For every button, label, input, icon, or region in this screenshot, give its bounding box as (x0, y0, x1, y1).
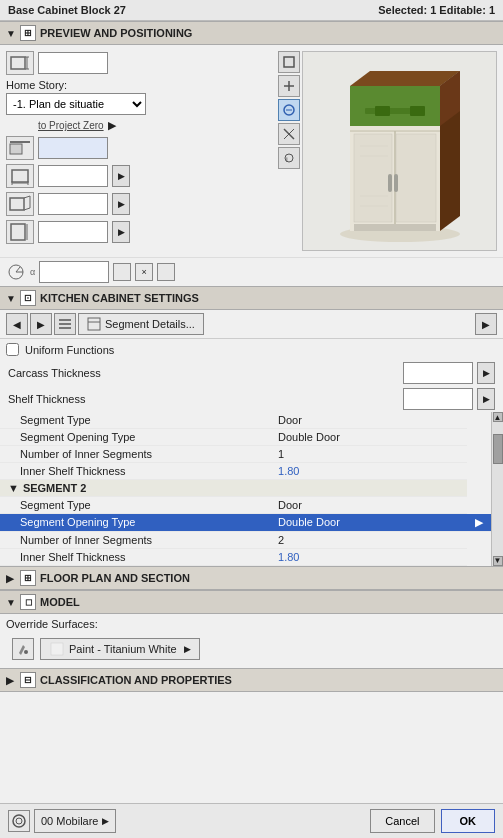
width-input[interactable]: 60.00 (38, 165, 108, 187)
seg1-opening-value: Double Door (270, 429, 467, 446)
seg2-opening-value: Double Door (270, 514, 467, 532)
flip-checkbox[interactable]: × (135, 263, 153, 281)
toolbar-btn-3-active[interactable] (278, 99, 300, 121)
carcass-thickness-input[interactable]: 1.80 (403, 362, 473, 384)
paint-selector-btn[interactable]: Paint - Titanium White ▶ (40, 638, 200, 660)
kitchen-right-arrow[interactable]: ▶ (475, 313, 497, 335)
shelf-arrow-btn[interactable]: ▶ (477, 388, 495, 410)
scroll-up-btn[interactable]: ▲ (493, 412, 503, 422)
seg1-type-value: Door (270, 412, 467, 429)
height-box-input[interactable]: 80.00 (38, 221, 108, 243)
layer-label: 00 Mobilare (41, 815, 98, 827)
prev-segment-btn[interactable]: ◀ (6, 313, 28, 335)
toolbar-btn-2[interactable] (278, 75, 300, 97)
height-box-arrow-btn[interactable]: ▶ (112, 221, 130, 243)
kitchen-section-label: KITCHEN CABINET SETTINGS (40, 292, 199, 304)
segment2-header-label: ▼SEGMENT 2 (0, 480, 467, 497)
svg-rect-4 (10, 144, 22, 154)
preview-right-area: i (278, 51, 497, 251)
seg2-opening-arrow[interactable]: ▶ (467, 514, 491, 532)
preview-left-panel: 10.00 Home Story: -1. Plan de situatie t… (6, 51, 272, 251)
segment-scrollbar[interactable]: ▲ ▼ (491, 412, 503, 566)
ok-button[interactable]: OK (441, 809, 496, 833)
model-section-icon: ◻ (20, 594, 36, 610)
kitchen-nav: ◀ ▶ Segment Details... ▶ (0, 310, 503, 339)
seg1-type-label: Segment Type (0, 412, 270, 429)
segment-details-label: Segment Details... (105, 318, 195, 330)
next-segment-btn[interactable]: ▶ (30, 313, 52, 335)
layer-dropdown-arrow: ▶ (102, 816, 109, 826)
height-box-row: 80.00 ▶ (6, 220, 272, 244)
toolbar-btn-4[interactable] (278, 123, 300, 145)
height-icon (6, 51, 34, 75)
model-content: Override Surfaces: Paint - Titanium Whit… (0, 614, 503, 668)
seg2-inner-shelf-label: Inner Shelf Thickness (0, 548, 270, 565)
kitchen-section-icon: ⊡ (20, 290, 36, 306)
offset-row: -90.00 (6, 136, 272, 160)
angle-input[interactable]: 180.00° (39, 261, 109, 283)
height-input[interactable]: 10.00 (38, 52, 108, 74)
classification-section-header[interactable]: ▶ ⊟ CLASSIFICATION AND PROPERTIES (0, 668, 503, 692)
segment-table-area: Segment Type Door Segment Opening Type D… (0, 412, 491, 566)
depth-row: 58.00 ▶ (6, 192, 272, 216)
seg2-type-label: Segment Type (0, 497, 270, 514)
svg-rect-29 (350, 86, 440, 126)
uniform-functions-checkbox[interactable] (6, 343, 19, 356)
scroll-thumb[interactable] (493, 434, 503, 464)
classification-section-label: CLASSIFICATION AND PROPERTIES (40, 674, 232, 686)
shelf-thickness-row: Shelf Thickness 1.80 ▶ (0, 386, 503, 412)
selection-info: Selected: 1 Editable: 1 (378, 4, 495, 16)
highlighted-table-row[interactable]: Segment Opening Type Double Door ▶ (0, 514, 491, 532)
preview-section-header[interactable]: ▼ ⊞ PREVIEW AND POSITIONING (0, 21, 503, 45)
layer-icon-btn[interactable] (8, 810, 30, 832)
svg-rect-37 (388, 174, 392, 192)
carcass-thickness-label: Carcass Thickness (8, 367, 399, 379)
width-arrow-btn[interactable]: ▶ (112, 165, 130, 187)
width-icon (6, 164, 34, 188)
table-row: Segment Opening Type Double Door (0, 429, 491, 446)
preview-collapse-arrow: ▼ (6, 28, 16, 38)
table-row: Inner Shelf Thickness 1.80 (0, 548, 491, 565)
carcass-thickness-row: Carcass Thickness 1.80 ▶ (0, 360, 503, 386)
offset-input[interactable]: -90.00 (38, 137, 108, 159)
floorplan-section-header[interactable]: ▶ ⊞ FLOOR PLAN AND SECTION (0, 566, 503, 590)
svg-point-53 (24, 650, 28, 654)
depth-input[interactable]: 58.00 (38, 193, 108, 215)
model-collapse-arrow: ▼ (6, 597, 16, 607)
mirror-checkbox[interactable] (113, 263, 131, 281)
seg1-inner-shelf-label: Inner Shelf Thickness (0, 463, 270, 480)
rotate-checkbox[interactable] (157, 263, 175, 281)
toolbar-btn-5[interactable]: i (278, 147, 300, 169)
depth-arrow-btn[interactable]: ▶ (112, 193, 130, 215)
segment-table: Segment Type Door Segment Opening Type D… (0, 412, 491, 566)
kitchen-section-header[interactable]: ▼ ⊡ KITCHEN CABINET SETTINGS (0, 286, 503, 310)
svg-rect-38 (394, 174, 398, 192)
shelf-thickness-input[interactable]: 1.80 (403, 388, 473, 410)
project-zero-row: to Project Zero ▶ (6, 119, 272, 132)
carcass-arrow-btn[interactable]: ▶ (477, 362, 495, 384)
model-section-header[interactable]: ▼ ◻ MODEL (0, 590, 503, 614)
svg-rect-0 (11, 57, 25, 69)
svg-line-11 (24, 196, 30, 198)
home-story-select[interactable]: -1. Plan de situatie (6, 93, 146, 115)
angle-icon (6, 262, 26, 282)
lines-btn[interactable] (54, 313, 76, 335)
toolbar-btn-1[interactable] (278, 51, 300, 73)
cabinet-preview-image (302, 51, 497, 251)
table-row: Number of Inner Segments 2 (0, 531, 491, 548)
svg-rect-36 (396, 134, 436, 222)
paint-dropper-btn[interactable] (12, 638, 34, 660)
scroll-down-btn[interactable]: ▼ (493, 556, 503, 566)
bottom-left: 00 Mobilare ▶ (8, 809, 364, 833)
svg-rect-14 (11, 224, 25, 240)
floorplan-collapse-arrow: ▶ (6, 573, 16, 583)
layer-selector-btn[interactable]: 00 Mobilare ▶ (34, 809, 116, 833)
segment-details-btn[interactable]: Segment Details... (78, 313, 204, 335)
shelf-thickness-label: Shelf Thickness (8, 393, 399, 405)
cancel-button[interactable]: Cancel (370, 809, 434, 833)
to-project-zero-link[interactable]: to Project Zero (38, 120, 104, 131)
seg1-inner-seg-value: 1 (270, 446, 467, 463)
title-bar: Base Cabinet Block 27 Selected: 1 Editab… (0, 0, 503, 21)
height-box-icon (6, 220, 34, 244)
table-row: Segment Type Door (0, 412, 491, 429)
